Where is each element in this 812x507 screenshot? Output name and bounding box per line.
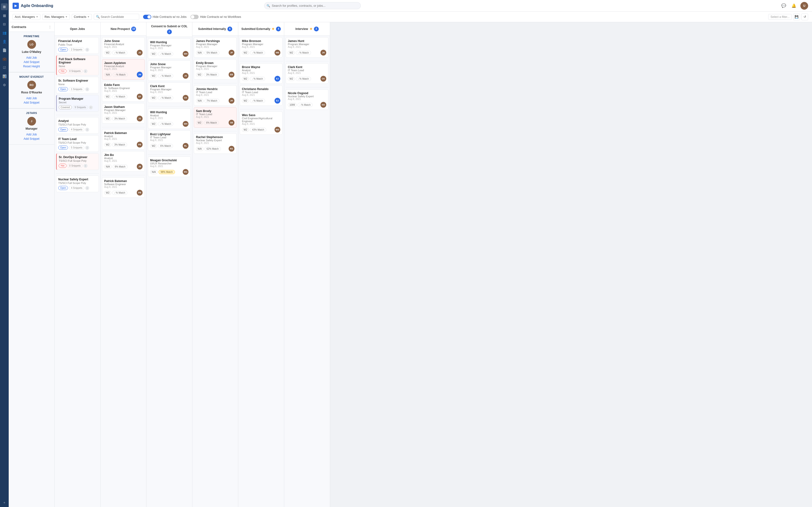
cand-date: Aug 8, 2021 [196, 94, 235, 96]
cand-clark-kent-int[interactable]: Clark Kent IT Team Lead Aug 8, 2021 W2 -… [286, 63, 328, 84]
hide-no-jobs-toggle[interactable] [143, 15, 151, 19]
sidebar-item-docs[interactable]: 📄 [1, 47, 8, 54]
sidebar-item-grid[interactable]: ⊟ [1, 21, 8, 27]
cand-mike-bronson-se[interactable]: Mike Bronson Program Manager Aug 8, 2021… [240, 37, 283, 58]
job-card-devops[interactable]: Sr. DevOps Engineer TS/SCI Full Scope Po… [56, 153, 99, 170]
cand-jason-statham-np[interactable]: Jason Statham Program Manager Aug 8, 202… [102, 103, 145, 124]
job-title: Analyst [58, 119, 97, 123]
cand-will-hunting-me-cs[interactable]: Will Hunting Analyst Aug 8, 2021 W2 - % … [148, 108, 191, 129]
cand-rachel-stephenson-si[interactable]: Rachel Stephenson Nuclear Safety Expert … [194, 133, 237, 154]
save-filter-btn[interactable]: 💾 [793, 13, 800, 20]
left-panel-menu-icon[interactable]: ⋮ [48, 25, 51, 29]
primetime-add-snippet[interactable]: Add Snippet [12, 60, 51, 64]
mount-everest-add-snippet[interactable]: Add Snippet [12, 101, 51, 104]
cand-john-snow-np[interactable]: John Snow Financial Analyst Aug 8, 2021 … [102, 37, 145, 58]
w2-badge: N/A [196, 51, 203, 55]
job-card-analyst[interactable]: Analyst TS/SCI Full Scope Poly Open 4 Sn… [56, 117, 99, 134]
sidebar-item-person[interactable]: 👤 [1, 38, 8, 45]
cand-nicole-osgood-int[interactable]: Nicole Osgood Nuclear Safety Expert Aug … [286, 89, 328, 110]
res-managers-select[interactable]: Res. Managers ▼ [42, 14, 69, 20]
jstars-add-snippet[interactable]: Add Snippet [12, 137, 51, 140]
sidebar-item-add[interactable]: ＋ [1, 499, 8, 506]
bell-icon[interactable]: 🔔 [790, 2, 798, 9]
cand-name: Jason Statham [104, 105, 143, 109]
job-title: Sr. DevOps Engineer [59, 156, 97, 159]
job-card-nuclear[interactable]: Nuclear Safety Expert TS/SCI Full Scope … [56, 175, 99, 192]
cand-sam-brody-si[interactable]: Sam Brody IT Team Lead Aug 8, 2021 W2 6%… [194, 107, 237, 128]
sidebar-item-settings[interactable]: ⚙ [1, 81, 8, 89]
mount-everest-add-job[interactable]: Add Job [12, 97, 51, 100]
sidebar-item-people[interactable]: 👥 [1, 30, 8, 36]
job-card-fullstack[interactable]: Full Stack Software Engineer None Hot 0 … [56, 55, 99, 75]
cand-role: Program Manager [196, 65, 235, 68]
cand-clark-kent-cs[interactable]: Clark Kent Program Manager Aug 8, 2021 W… [148, 82, 191, 103]
cand-bottom: W2 - % Match WH [150, 51, 189, 57]
cand-patrick-bateman-np[interactable]: Patrick Bateman Analyst Aug 8, 2021 W2 3… [102, 129, 145, 150]
cand-jason-appleton-np[interactable]: Jason Appleton Financial Analyst Aug 8, … [102, 59, 145, 80]
cand-name: Jason Appleton [104, 61, 143, 65]
candidate-search-input[interactable] [101, 15, 137, 18]
job-card-financial-analyst[interactable]: Financial Analyst Public Trust Open 2 Sn… [56, 37, 99, 54]
header: ▶ Agile Onboarding 🔍 💬 🔔 U [9, 0, 812, 12]
cand-buzz-lightyear-cs[interactable]: Buzz Lightyear IT Team Lead Aug 8, 2021 … [148, 130, 191, 151]
cand-christiano-renaldo-se[interactable]: Christiano Renaldo IT Team Lead Aug 8, 2… [240, 85, 283, 106]
primetime-add-job[interactable]: Add Job [12, 56, 51, 59]
cand-bottom: N/A 7% Match JH [196, 98, 235, 104]
contracts-select[interactable]: Contracts ▼ [72, 14, 92, 20]
cand-avatar: JB [137, 164, 143, 169]
search-input[interactable] [264, 2, 361, 9]
cand-bruce-wayne-se[interactable]: Bruce Wayne Analyst Aug 8, 2021 W2 - % M… [240, 63, 283, 84]
primetime-reset-height[interactable]: Reset Height [12, 65, 51, 68]
user-avatar[interactable]: U [800, 2, 808, 10]
job-info-icon[interactable]: i [85, 186, 89, 190]
reset-filter-btn[interactable]: ↺ [801, 13, 808, 20]
job-sub: TS/SCI Full Scope Poly [58, 181, 97, 184]
jstars-add-job[interactable]: Add Job [12, 133, 51, 136]
job-tag-hot: Hot [59, 69, 66, 73]
cand-bottom: N/A - % Match JM [104, 72, 143, 77]
filter-select[interactable]: Select a filter... [768, 14, 792, 20]
cand-james-hunt-int[interactable]: James Hunt Program Manager Aug 8, 2021 W… [286, 37, 328, 58]
job-info-icon[interactable]: i [89, 106, 93, 109]
job-card-program-manager[interactable]: Program Manager Secret Covered 9 Snippet… [56, 95, 99, 112]
job-card-it-lead[interactable]: IT Team Lead TS/SCI Full Scope Poly Open… [56, 135, 99, 152]
cand-john-snow-cs[interactable]: John Snow Program Manager Aug 8, 2021 W2… [148, 60, 191, 81]
consent-submit-badge: 7 [167, 30, 172, 34]
sidebar-item-briefcase[interactable]: 💼 [1, 56, 8, 62]
cand-jimmie-hendrix-si[interactable]: Jimmie Hendrix IT Team Lead Aug 8, 2021 … [194, 85, 237, 106]
hide-no-workflows-toggle[interactable] [191, 15, 199, 19]
cand-name: Emily Brown [196, 61, 235, 65]
cand-meagan-grochulski-cs[interactable]: Meagan Grochulski UI/UX Researcher Aug 8… [148, 157, 191, 177]
job-info-icon[interactable]: i [85, 128, 89, 131]
job-info-icon[interactable]: i [85, 88, 89, 91]
job-info-icon[interactable]: i [84, 164, 88, 168]
sidebar-item-chart[interactable]: 📊 [1, 73, 8, 80]
cand-james-pershings-si[interactable]: James Pershings Program Manager Aug 8, 2… [194, 37, 237, 58]
job-title: Financial Analyst [58, 39, 97, 43]
job-info-icon[interactable]: i [85, 48, 89, 52]
cand-patrick-bateman-jstars-np[interactable]: Patrick Bateman Software Engineer Aug 8,… [102, 177, 145, 198]
cand-jim-bo-np[interactable]: JIm Bo Analyst Aug 8, 2021 N/A 8% Match … [102, 151, 145, 172]
cand-date: Aug 8, 2021 [104, 68, 143, 70]
acct-managers-select[interactable]: Acct. Managers ▼ [12, 14, 40, 20]
job-tags: Covered 9 Snippets i [59, 105, 97, 109]
job-tags: Hot 0 Snippets i [59, 69, 97, 73]
cand-bottom: W2 3% Match EB [196, 72, 235, 77]
cand-role: IT Team Lead [288, 69, 326, 72]
job-info-icon[interactable]: i [85, 146, 89, 150]
cand-role: Program Manager [150, 44, 189, 47]
column-header-interview: Interview ★ 3 [284, 22, 330, 36]
cand-wes-sass-se[interactable]: Wes Sass Civil Engineer/Agricultural Eng… [240, 111, 283, 135]
sidebar-item-checklist[interactable]: ☑ [1, 64, 8, 71]
w2-badge: W2 [242, 128, 249, 132]
chat-icon[interactable]: 💬 [780, 2, 788, 9]
cand-eddie-fann-np[interactable]: Eddie Fann Sr. Software Engineer Aug 8, … [102, 81, 145, 102]
cand-emily-brown-si[interactable]: Emily Brown Program Manager Aug 8, 2021 … [194, 59, 237, 80]
job-info-icon[interactable]: i [84, 69, 88, 73]
cand-will-hunting-cs[interactable]: Will Hunting Program Manager Aug 8, 2021… [148, 38, 191, 59]
cand-bottom: N/A 98% Match MG [150, 169, 189, 175]
cand-date: Aug 8, 2021 [150, 165, 189, 168]
job-card-sr-software[interactable]: Sr. Software Engineer None Open 1 Snippe… [56, 77, 99, 94]
sidebar-item-dashboard[interactable]: ▦ [1, 12, 8, 19]
sidebar-item-home[interactable]: ⊞ [1, 3, 8, 10]
